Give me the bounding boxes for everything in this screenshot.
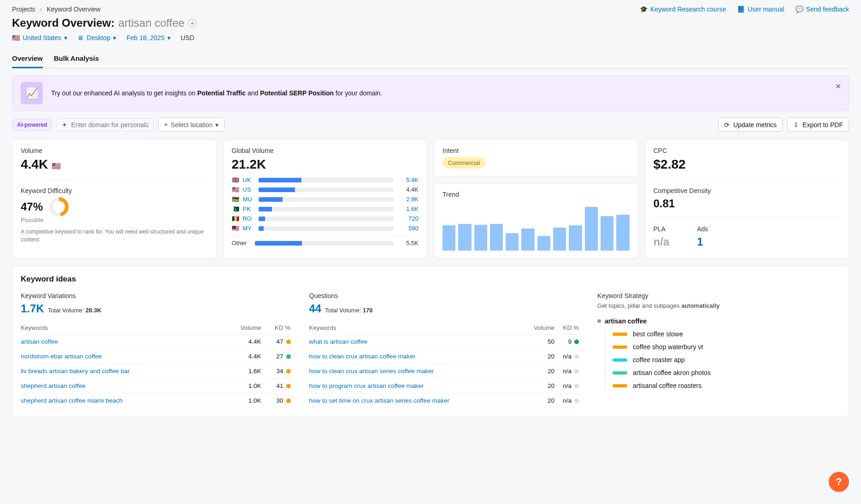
chart-sparkline-icon: 📈	[21, 82, 43, 104]
sparkle-icon: ✦	[62, 121, 67, 129]
tab-overview[interactable]: Overview	[12, 54, 43, 68]
country-link[interactable]: MU	[243, 196, 255, 203]
flag-us-icon	[52, 162, 61, 170]
table-row: how to set time on crux artisan series c…	[309, 393, 579, 408]
close-icon[interactable]: ✕	[835, 82, 841, 91]
link-course[interactable]: 🎓Keyword Research course	[640, 6, 726, 13]
trend-bar	[553, 228, 566, 251]
table-row: artisan coffee 4.4K 47	[21, 334, 291, 349]
trend-bar	[585, 207, 598, 251]
tab-bulk-analysis[interactable]: Bulk Analysis	[54, 54, 99, 68]
card-trend: Trend	[434, 183, 638, 258]
keyword-value: artisan coffee	[118, 17, 185, 29]
country-link[interactable]: US	[243, 186, 255, 193]
table-row: shepherd artisan coffee 1.0K 41	[21, 379, 291, 393]
table-row: nordstrom ebar artisan coffee 4.4K 27	[21, 349, 291, 364]
keyword-link[interactable]: how to set time on crux artisan series c…	[309, 397, 449, 404]
card-cpc: CPC$2.82 Competitive Density0.81 PLAn/a …	[645, 139, 849, 258]
variations-count[interactable]: 1.7K	[21, 302, 44, 315]
graduation-cap-icon: 🎓	[640, 6, 648, 13]
desktop-icon: 🖥	[77, 34, 84, 41]
questions-count[interactable]: 44	[309, 302, 322, 315]
filter-currency: USD	[181, 34, 195, 41]
keyword-link[interactable]: shepherd artisan coffee miami beach	[21, 397, 123, 404]
chevron-down-icon: ▾	[64, 34, 67, 41]
trend-bar	[601, 216, 613, 251]
export-pdf-button[interactable]: ⇩Export to PDF	[787, 117, 849, 132]
table-row: liv breads artisan bakery and coffee bar…	[21, 364, 291, 379]
keyword-link[interactable]: how to clean crux artisan coffee maker	[309, 353, 416, 360]
update-metrics-button[interactable]: ⟳Update metrics	[718, 117, 783, 132]
ads-count-link[interactable]: 1	[697, 235, 708, 248]
volume-value[interactable]: 720	[397, 215, 419, 222]
country-link[interactable]: MY	[243, 225, 255, 232]
domain-input-wrap[interactable]: ✦	[57, 118, 153, 131]
strategy-item[interactable]: best coffee stowe	[613, 330, 840, 338]
country-link[interactable]: PK	[243, 205, 255, 212]
chevron-down-icon: ▾	[167, 34, 171, 41]
trend-bar	[506, 233, 519, 251]
chevron-right-icon: ›	[40, 6, 42, 13]
strategy-bar-icon	[613, 358, 627, 362]
strategy-item[interactable]: artisanal coffee roasters	[613, 382, 840, 389]
difficulty-donut-icon	[49, 197, 69, 217]
ai-banner: 📈 Try out our enhanced AI analysis to ge…	[12, 75, 849, 111]
breadcrumb-root[interactable]: Projects	[12, 6, 35, 13]
country-link[interactable]: UK	[243, 176, 255, 183]
table-row: how to clean crux artisan series coffee …	[309, 364, 579, 379]
keyword-link[interactable]: artisan coffee	[21, 338, 58, 345]
trend-bar	[458, 224, 471, 251]
location-select[interactable]: ⌖ Select location ▾	[158, 117, 224, 132]
flag-ro-icon	[232, 215, 239, 222]
page-title: Keyword Overview: artisan coffee +	[12, 17, 849, 29]
flag-mu-icon	[232, 196, 239, 203]
country-link[interactable]: RO	[243, 215, 255, 222]
filter-date[interactable]: Feb 18, 2025 ▾	[126, 34, 171, 41]
table-row: shepherd artisan coffee miami beach 1.0K…	[21, 393, 291, 408]
trend-bar	[616, 215, 629, 251]
keyword-variations-column: Keyword Variations 1.7KTotal Volume: 28.…	[21, 292, 291, 408]
volume-value: 4.4K	[397, 186, 419, 193]
add-keyword-icon[interactable]: +	[188, 19, 196, 27]
trend-bar	[521, 229, 534, 251]
questions-column: Questions 44Total Volume: 170 Keywords V…	[309, 292, 579, 408]
flag-us-icon	[232, 186, 239, 193]
trend-bar-chart	[442, 205, 630, 251]
strategy-bar-icon	[613, 384, 627, 387]
link-feedback[interactable]: 💬Send feedback	[796, 6, 849, 13]
keyword-link[interactable]: how to clean crux artisan series coffee …	[309, 368, 434, 375]
trend-bar	[474, 225, 487, 251]
keyword-link[interactable]: shepherd artisan coffee	[21, 382, 86, 389]
refresh-icon: ⟳	[724, 121, 730, 129]
volume-value[interactable]: 1.6K	[397, 205, 419, 212]
keyword-link[interactable]: what is artisan coffee	[309, 338, 368, 345]
filter-device[interactable]: 🖥Desktop ▾	[77, 34, 116, 41]
filter-country[interactable]: United States ▾	[12, 34, 67, 41]
keyword-link[interactable]: liv breads artisan bakery and coffee bar	[21, 368, 130, 375]
flag-pk-icon	[232, 205, 239, 212]
dot-icon	[597, 319, 601, 323]
card-global-volume: Global Volume 21.2K UK 5.4K US 4.4K MU 2…	[223, 139, 428, 258]
flag-my-icon	[232, 225, 239, 232]
strategy-item[interactable]: artisan coffee akron photos	[613, 369, 840, 376]
volume-value[interactable]: 5.4K	[397, 176, 419, 183]
volume-value[interactable]: 590	[397, 225, 419, 232]
card-volume: Volume 4.4K Keyword Difficulty 47% Possi…	[12, 139, 217, 258]
keyword-link[interactable]: nordstrom ebar artisan coffee	[21, 353, 102, 360]
trend-bar	[569, 225, 582, 251]
keyword-link[interactable]: how to program crux artisan coffee maker	[309, 382, 424, 389]
trend-bar	[537, 236, 550, 251]
breadcrumb-current: Keyword Overview	[47, 6, 100, 13]
keyword-strategy-column: Keyword Strategy Get topics, pillar and …	[597, 292, 840, 408]
strategy-item[interactable]: coffee shop waterbury vt	[613, 343, 840, 351]
card-intent: Intent Commercial	[434, 139, 638, 176]
flag-uk-icon	[232, 176, 239, 183]
link-manual[interactable]: 📘User manual	[737, 6, 784, 13]
card-keyword-ideas: Keyword ideas Keyword Variations 1.7KTot…	[12, 266, 849, 417]
domain-input[interactable]	[71, 121, 148, 129]
location-pin-icon: ⌖	[164, 121, 168, 129]
volume-value[interactable]: 2.9K	[397, 196, 419, 203]
chat-icon: 💬	[796, 6, 803, 13]
download-icon: ⇩	[793, 121, 799, 129]
strategy-item[interactable]: coffee roaster app	[613, 356, 840, 363]
